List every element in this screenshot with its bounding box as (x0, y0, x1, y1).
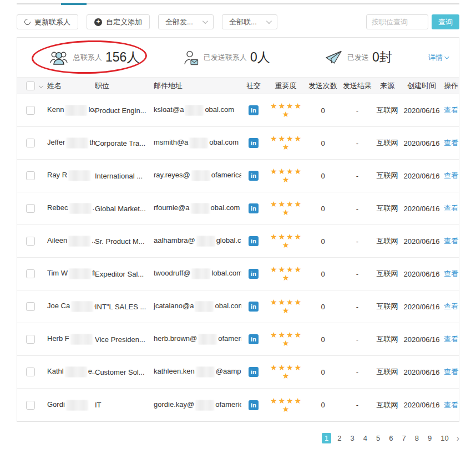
stars-line2: ★ (282, 143, 290, 151)
star-icon: ★ (282, 175, 290, 184)
star-icon: ★ (277, 331, 286, 339)
view-link[interactable]: 查看 (444, 204, 458, 212)
select-menu-chevron-icon[interactable] (39, 83, 43, 88)
redaction-blur (185, 105, 204, 116)
send-count: 0 (306, 303, 340, 311)
page-button-9[interactable]: 9 (425, 433, 434, 443)
page-button-10[interactable]: 10 (438, 433, 451, 443)
table-body: Kennloat Product Engin... ksloat@aobal.c… (17, 94, 459, 421)
star-icon: ★ (270, 200, 278, 208)
row-checkbox[interactable] (26, 269, 35, 278)
table-row: Jefferth Corporate Tra... msmith@aobal.c… (17, 127, 459, 160)
row-checkbox[interactable] (26, 204, 35, 213)
send-result: - (340, 303, 374, 311)
star-icon: ★ (270, 167, 278, 176)
star-icon: ★ (270, 102, 278, 110)
view-link[interactable]: 查看 (444, 401, 458, 409)
contact-position: INT"L SALES ... (95, 303, 154, 311)
row-checkbox[interactable] (26, 368, 35, 376)
header-social: 社交 (241, 81, 266, 91)
linkedin-icon[interactable]: in (249, 269, 259, 279)
detail-link[interactable]: 详情 (428, 53, 448, 63)
search-input[interactable] (366, 14, 428, 29)
view-link[interactable]: 查看 (444, 335, 458, 343)
stat-sent-contacts: 已发送联系人 0人 (184, 49, 325, 66)
next-page-button[interactable]: › (457, 435, 459, 442)
row-checkbox[interactable] (26, 335, 35, 344)
importance-rating[interactable]: ★★★★ ★ (266, 298, 306, 315)
importance-rating[interactable]: ★★★★ ★ (266, 266, 306, 282)
importance-rating[interactable]: ★★★★ ★ (266, 200, 306, 217)
row-checkbox[interactable] (26, 401, 35, 410)
page-button-1[interactable]: 1 (322, 433, 331, 443)
send-status-filter[interactable]: 全部发... (158, 14, 214, 29)
contact-name: Joe Cao (47, 301, 95, 312)
page-button-5[interactable]: 5 (373, 433, 383, 443)
view-link[interactable]: 查看 (444, 237, 458, 245)
total-contacts-value: 156人 (105, 49, 139, 66)
contact-type-filter[interactable]: 全部联... (222, 14, 277, 29)
active-tab-indicator[interactable] (61, 3, 87, 5)
view-link[interactable]: 查看 (444, 139, 458, 147)
linkedin-icon[interactable]: in (249, 367, 259, 377)
stat-sent-mails: 已发送 0封 (325, 49, 428, 66)
row-checkbox[interactable] (26, 302, 35, 311)
send-result: - (340, 106, 374, 115)
linkedin-icon[interactable]: in (249, 171, 259, 181)
sent-mails-value: 0封 (372, 49, 392, 66)
linkedin-icon[interactable]: in (249, 236, 259, 246)
custom-add-button[interactable]: 自定义添加 (87, 14, 150, 29)
linkedin-icon[interactable]: in (249, 138, 259, 148)
linkedin-icon[interactable]: in (249, 302, 259, 312)
redaction-blur (196, 236, 215, 247)
linkedin-icon[interactable]: in (249, 400, 259, 410)
view-link[interactable]: 查看 (444, 171, 458, 180)
linkedin-icon[interactable]: in (249, 334, 259, 344)
star-icon: ★ (294, 298, 302, 307)
contact-email: msmith@aobal.com (154, 137, 241, 149)
select-all-checkbox[interactable] (26, 81, 35, 90)
stars-line1: ★★★★ (270, 167, 302, 176)
row-checkbox[interactable] (26, 106, 35, 115)
importance-rating[interactable]: ★★★★ ★ (266, 102, 306, 119)
redaction-blur (191, 170, 210, 181)
star-icon: ★ (270, 266, 278, 274)
star-icon: ★ (286, 233, 294, 241)
send-count: 0 (306, 335, 340, 344)
page-button-6[interactable]: 6 (386, 433, 396, 443)
page-button-4[interactable]: 4 (361, 433, 370, 443)
created-time: 2020/06/16 (400, 368, 443, 376)
importance-rating[interactable]: ★★★★ ★ (266, 167, 306, 184)
star-icon: ★ (286, 364, 294, 372)
created-time: 2020/06/16 (400, 205, 443, 213)
view-link[interactable]: 查看 (444, 269, 458, 278)
stars-line1: ★★★★ (270, 397, 302, 405)
star-icon: ★ (286, 167, 294, 176)
view-link[interactable]: 查看 (444, 106, 458, 114)
view-link[interactable]: 查看 (444, 368, 458, 376)
importance-rating[interactable]: ★★★★ ★ (266, 331, 306, 348)
page-button-8[interactable]: 8 (412, 433, 422, 443)
importance-rating[interactable]: ★★★★ ★ (266, 233, 306, 249)
page-button-2[interactable]: 2 (335, 433, 344, 443)
view-link[interactable]: 查看 (444, 302, 458, 310)
row-checkbox[interactable] (26, 171, 35, 180)
row-checkbox[interactable] (26, 237, 35, 246)
redaction-blur (69, 268, 91, 279)
star-icon: ★ (277, 135, 286, 143)
row-checkbox[interactable] (26, 139, 35, 147)
importance-rating[interactable]: ★★★★ ★ (266, 364, 306, 380)
search-button[interactable]: 查询 (432, 14, 459, 29)
linkedin-icon[interactable]: in (249, 203, 259, 213)
linkedin-icon[interactable]: in (249, 105, 259, 115)
person-mail-icon (184, 49, 199, 66)
importance-rating[interactable]: ★★★★ ★ (266, 397, 306, 414)
page-button-3[interactable]: 3 (348, 433, 357, 443)
plus-circle-icon (94, 18, 102, 26)
redaction-blur (68, 170, 90, 181)
page-button-7[interactable]: 7 (399, 433, 409, 443)
contact-name: Kennloat (47, 105, 95, 116)
created-time: 2020/06/16 (400, 303, 443, 311)
refresh-contacts-button[interactable]: 更新联系人 (17, 14, 78, 29)
importance-rating[interactable]: ★★★★ ★ (266, 135, 306, 151)
